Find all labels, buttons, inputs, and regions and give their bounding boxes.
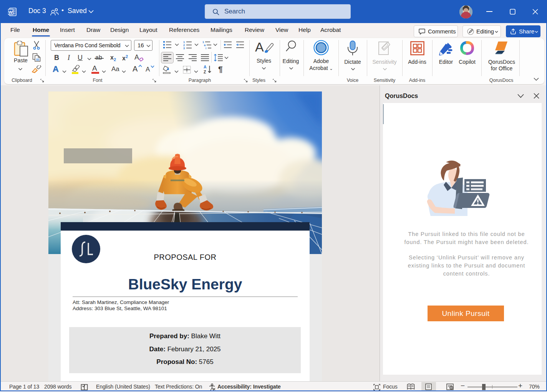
svg-text:A: A bbox=[204, 65, 207, 69]
svg-text:i: i bbox=[206, 47, 206, 49]
svg-text:Z: Z bbox=[204, 70, 206, 74]
svg-text:3: 3 bbox=[183, 47, 185, 50]
